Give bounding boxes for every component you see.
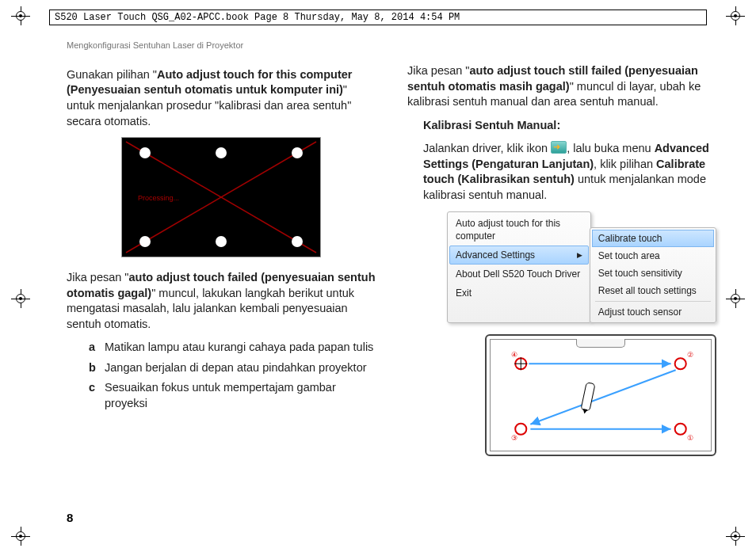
book-header: S520 Laser Touch QSG_A02-APCC.book Page … [49, 10, 707, 25]
section-title: Mengkonfigurasi Sentuhan Laser di Proyek… [67, 40, 376, 51]
menu-item-exit[interactable]: Exit [449, 284, 589, 303]
list-item: bJangan berjalan di depan atau pindahkan… [89, 360, 376, 376]
intro-paragraph: Gunakan pilihan "Auto adjust touch for t… [67, 67, 376, 129]
calibration-preview-figure: Processing... [121, 137, 321, 257]
list-item: aMatikan lampu atau kurangi cahaya pada … [89, 340, 376, 356]
list-item: cSesuaikan fokus untuk mempertajam gamba… [89, 380, 376, 411]
svg-point-4 [515, 424, 526, 435]
text: Jika pesan " [67, 271, 129, 284]
step-text: Matikan lampu atau kurangi cahaya pada p… [105, 340, 373, 356]
svg-line-9 [530, 371, 675, 424]
manual-calibration-heading: Kalibrasi Sentuh Manual: [423, 118, 716, 134]
calibration-dot [139, 147, 151, 158]
crop-mark [726, 289, 745, 308]
text: , klik pilihan [594, 158, 656, 170]
text: Jalankan driver, klik ikon [423, 142, 551, 154]
marker-1: ① [687, 434, 693, 442]
crop-mark [11, 6, 30, 25]
submenu-item-reset[interactable]: Reset all touch settings [592, 282, 714, 299]
text: , lalu buka menu [567, 142, 654, 154]
calibration-dot [292, 236, 303, 247]
manual-instructions: Jalankan driver, klik ikon , lalu buka m… [423, 141, 716, 203]
crop-mark [11, 289, 30, 308]
text: Gunakan pilihan " [67, 68, 157, 81]
submenu-item-calibrate-touch[interactable]: Calibrate touch [592, 230, 714, 247]
submenu: Calibrate touch Set touch area Set touch… [590, 227, 716, 324]
calibration-dot [216, 236, 227, 247]
left-column: Mengkonfigurasi Sentuhan Laser di Proyek… [67, 40, 376, 524]
step-label: c [89, 380, 105, 411]
troubleshoot-list: aMatikan lampu atau kurangi cahaya pada … [89, 340, 376, 411]
still-failed-paragraph: Jika pesan "auto adjust touch still fail… [407, 63, 716, 110]
marker-2: ② [687, 352, 693, 360]
right-column: Jika pesan "auto adjust touch still fail… [407, 40, 716, 524]
crop-mark [11, 527, 30, 546]
marker-3: ③ [511, 434, 517, 442]
screen: ④ ② ③ ① [490, 339, 712, 451]
step-text: Sesuaikan fokus untuk mempertajam gambar… [105, 380, 376, 411]
submenu-item-set-touch-area[interactable]: Set touch area [592, 247, 714, 265]
page-number: 8 [67, 511, 73, 524]
context-menu: Auto adjust touch for this computer Adva… [447, 211, 591, 324]
crop-mark [726, 527, 745, 546]
calibration-dot [292, 147, 303, 158]
marker-4: ④ [511, 352, 517, 360]
svg-point-5 [675, 424, 686, 435]
menu-item-about[interactable]: About Dell S520 Touch Driver [449, 265, 589, 284]
driver-tray-icon [551, 141, 567, 154]
calibration-dot [139, 236, 151, 247]
calibration-dot [216, 147, 227, 158]
svg-point-3 [675, 359, 686, 370]
manual-calibration-figure: ④ ② ③ ① [485, 334, 716, 456]
failure-paragraph: Jika pesan "auto adjust touch failed (pe… [67, 270, 376, 332]
submenu-item-adjust-sensor[interactable]: Adjust touch sensor [592, 303, 714, 321]
step-text: Jangan berjalan di depan atau pindahkan … [105, 360, 367, 376]
menu-separator [595, 301, 711, 302]
submenu-item-set-sensitivity[interactable]: Set touch sensitivity [592, 265, 714, 282]
crop-mark [726, 6, 745, 25]
menu-item-auto-adjust[interactable]: Auto adjust touch for this computer [449, 214, 589, 246]
step-label: b [89, 360, 105, 376]
context-menu-figure: Auto adjust touch for this computer Adva… [447, 211, 716, 324]
menu-item-advanced-settings[interactable]: Advanced Settings▶ [449, 246, 589, 265]
menu-item-label: Advanced Settings [456, 249, 535, 261]
processing-label: Processing... [138, 193, 179, 203]
submenu-arrow-icon: ▶ [577, 250, 582, 260]
step-label: a [89, 340, 105, 356]
text: Jika pesan " [407, 64, 470, 77]
